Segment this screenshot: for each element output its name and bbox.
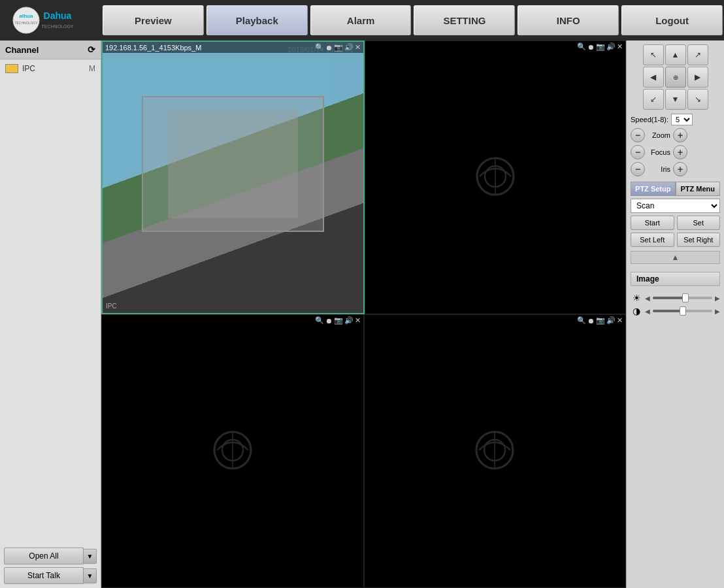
nav-logout[interactable]: Logout — [621, 5, 723, 35]
channel-list: IPC M — [0, 59, 101, 544]
close-icon-2[interactable]: ✕ — [617, 42, 623, 51]
ptz-zoom-plus[interactable]: + — [673, 128, 687, 142]
close-icon-4[interactable]: ✕ — [617, 316, 623, 325]
video-cell-3[interactable]: 🔍 ⏺ 📷 🔊 ✕ — [101, 314, 364, 588]
nav-info[interactable]: INFO — [518, 5, 619, 35]
open-all-dropdown[interactable]: ▼ — [84, 549, 97, 564]
channel-header: Channel ⟳ — [0, 41, 101, 59]
tab-ptz-setup[interactable]: PTZ Setup — [631, 182, 676, 196]
contrast-thumb — [680, 306, 686, 316]
video-toolbar-3: 🔍 ⏺ 📷 🔊 ✕ — [102, 315, 363, 326]
ptz-btn-up[interactable]: ▲ — [665, 44, 686, 65]
start-talk-button[interactable]: Start Talk — [4, 567, 84, 584]
set-button[interactable]: Set — [677, 216, 721, 230]
svg-text:alhua: alhua — [19, 13, 33, 19]
contrast-right-arrow[interactable]: ▶ — [715, 308, 720, 315]
collapse-arrow[interactable]: ▲ — [631, 251, 720, 264]
video-icons-2: 🔍 ⏺ 📷 🔊 ✕ — [577, 42, 623, 51]
video-icons-1: 🔍 ⏺ 📷 🔊 ✕ — [315, 43, 361, 52]
sidebar-bottom: Open All ▼ Start Talk ▼ — [0, 544, 101, 588]
ptz-btn-zoom-select[interactable]: ⊕ — [665, 67, 686, 88]
set-lr-row: Set Left Set Right — [631, 233, 720, 247]
zoom-icon-4[interactable]: 🔍 — [577, 316, 586, 325]
ptz-btn-down[interactable]: ▼ — [665, 89, 686, 110]
audio-icon[interactable]: 🔊 — [344, 43, 354, 52]
contrast-slider[interactable] — [653, 310, 712, 312]
ptz-focus-minus[interactable]: − — [631, 145, 645, 159]
ptz-btn-upright[interactable]: ↗ — [687, 44, 708, 65]
ptz-iris-minus[interactable]: − — [631, 162, 645, 176]
video-label-1: 192.168.1.56_1_4153Kbps_M — [105, 44, 315, 52]
video-cell-1[interactable]: 192.168.1.56_1_4153Kbps_M 🔍 ⏺ 📷 🔊 ✕ 2019… — [101, 41, 365, 314]
iris-label: Iris — [648, 165, 670, 173]
record-icon[interactable]: ⏺ — [325, 44, 333, 52]
start-button[interactable]: Start — [631, 216, 674, 230]
main-nav: Preview Playback Alarm SETTING INFO Logo… — [101, 0, 724, 41]
scan-select[interactable]: Scan Preset Tour Pattern — [631, 199, 720, 213]
video-feed-1 — [103, 42, 363, 313]
audio-icon-2[interactable]: 🔊 — [606, 42, 616, 51]
snapshot-icon-2[interactable]: 📷 — [596, 42, 605, 51]
brightness-icon: ☀ — [631, 293, 642, 303]
contrast-left-arrow[interactable]: ◀ — [645, 308, 650, 315]
brightness-row: ☀ ◀ ▶ — [631, 291, 720, 304]
brightness-left-arrow[interactable]: ◀ — [645, 295, 650, 302]
speed-select[interactable]: 1234 5678 — [671, 114, 693, 125]
audio-icon-4[interactable]: 🔊 — [606, 316, 616, 325]
ptz-btn-upleft[interactable]: ↖ — [643, 44, 664, 65]
image-tab-label: Image — [636, 274, 659, 284]
snapshot-icon-4[interactable]: 📷 — [596, 316, 605, 325]
ptz-panel: ↖ ▲ ↗ ◀ ⊕ ▶ ↙ ▼ ↘ Speed(1-8): 1234 5678 … — [626, 41, 724, 588]
open-all-button[interactable]: Open All — [4, 547, 84, 564]
set-right-button[interactable]: Set Right — [677, 233, 721, 247]
image-tab-header[interactable]: Image — [631, 272, 720, 286]
zoom-icon-2[interactable]: 🔍 — [577, 42, 586, 51]
audio-icon-3[interactable]: 🔊 — [344, 316, 354, 325]
record-icon-3[interactable]: ⏺ — [325, 317, 333, 325]
nav-preview[interactable]: Preview — [103, 5, 204, 35]
open-all-btn-group: Open All ▼ — [4, 547, 97, 564]
ptz-iris-plus[interactable]: + — [673, 162, 687, 176]
tab-ptz-menu[interactable]: PTZ Menu — [676, 182, 721, 196]
record-icon-4[interactable]: ⏺ — [587, 317, 595, 325]
ptz-focus-plus[interactable]: + — [673, 145, 687, 159]
snapshot-icon[interactable]: 📷 — [334, 43, 343, 52]
sidebar: Channel ⟳ IPC M Open All ▼ Start Talk ▼ — [0, 41, 101, 588]
nav-playback[interactable]: Playback — [206, 5, 308, 35]
ptz-zoom-minus[interactable]: − — [631, 128, 645, 142]
brightness-right-arrow[interactable]: ▶ — [715, 295, 720, 302]
video-cell-2[interactable]: 🔍 ⏺ 📷 🔊 ✕ — [365, 41, 627, 314]
snapshot-icon-3[interactable]: 📷 — [334, 316, 343, 325]
building-body — [168, 110, 298, 218]
nav-alarm[interactable]: Alarm — [310, 5, 412, 35]
video-toolbar-4: 🔍 ⏺ 📷 🔊 ✕ — [365, 315, 626, 326]
channel-item-label: IPC — [22, 64, 35, 73]
ptz-tabs: PTZ Setup PTZ Menu — [631, 182, 720, 196]
ptz-btn-left[interactable]: ◀ — [643, 67, 664, 88]
zoom-icon[interactable]: 🔍 — [315, 43, 324, 52]
main-area: Channel ⟳ IPC M Open All ▼ Start Talk ▼ — [0, 41, 724, 588]
close-icon[interactable]: ✕ — [355, 43, 361, 52]
start-set-row: Start Set — [631, 216, 720, 230]
zoom-label: Zoom — [648, 131, 670, 139]
video-cell-4[interactable]: 🔍 ⏺ 📷 🔊 ✕ — [364, 314, 627, 588]
channel-item-sublabel: M — [89, 64, 95, 73]
start-talk-dropdown[interactable]: ▼ — [84, 568, 97, 583]
close-icon-3[interactable]: ✕ — [355, 316, 361, 325]
ptz-btn-downleft[interactable]: ↙ — [643, 89, 664, 110]
video-row-bottom: 🔍 ⏺ 📷 🔊 ✕ 🔍 ⏺ — [101, 314, 626, 588]
record-icon-2[interactable]: ⏺ — [587, 43, 595, 51]
camera-placeholder-4 — [469, 424, 521, 478]
channel-item-ipc[interactable]: IPC M — [3, 62, 98, 75]
nav-setting[interactable]: SETTING — [414, 5, 515, 35]
logo: alhua TECHNOLOGY Dahua TECHNOLOGY — [0, 0, 101, 41]
ptz-btn-downright[interactable]: ↘ — [687, 89, 708, 110]
header: alhua TECHNOLOGY Dahua TECHNOLOGY Previe… — [0, 0, 724, 41]
refresh-icon[interactable]: ⟳ — [88, 44, 95, 55]
zoom-icon-3[interactable]: 🔍 — [315, 316, 324, 325]
set-left-button[interactable]: Set Left — [631, 233, 674, 247]
ptz-zoom-row: − Zoom + — [631, 128, 720, 142]
ptz-btn-right[interactable]: ▶ — [687, 67, 708, 88]
speed-label: Speed(1-8): — [631, 116, 668, 123]
brightness-slider[interactable] — [653, 297, 712, 299]
